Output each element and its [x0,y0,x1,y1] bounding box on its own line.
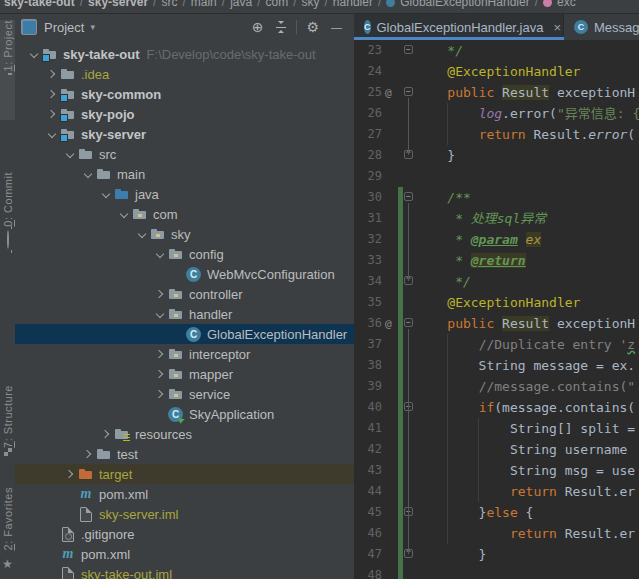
tree-row--idea[interactable]: .idea [15,64,354,84]
line-number[interactable]: 40 [354,397,382,418]
tree-row-sky-common[interactable]: sky-common [15,84,354,104]
tree-row-java[interactable]: java [15,184,354,204]
line-number[interactable]: 37 [354,334,382,355]
code-line[interactable]: 44 return Result.er [354,481,639,502]
chevron-expanded-icon[interactable] [62,146,78,162]
tree-row-sky-server-iml[interactable]: sky-server.iml [15,504,354,524]
tree-row-config[interactable]: config [15,244,354,264]
tree-row-sky-pojo[interactable]: sky-pojo [15,104,354,124]
code-line[interactable]: 25@− public Result exceptionH [354,82,639,103]
tree-row-service[interactable]: service [15,384,354,404]
chevron-expanded-icon[interactable] [26,46,42,62]
line-number[interactable]: 25 [354,82,382,103]
chevron-collapsed-icon[interactable] [44,66,60,82]
code-line[interactable]: 32 * @param ex [354,229,639,250]
line-number[interactable]: 30 [354,187,382,208]
code-line[interactable]: 46 return Result.er [354,523,639,544]
chevron-expanded-icon[interactable] [98,186,114,202]
tree-row-test[interactable]: test [15,444,354,464]
code-line[interactable]: 24 @ExceptionHandler [354,61,639,82]
tree-row-target[interactable]: target [15,464,354,484]
tree-row-pom-xml[interactable]: mpom.xml [15,544,354,564]
code-line[interactable]: 34^ */ [354,271,639,292]
line-number[interactable]: 44 [354,481,382,502]
code-line[interactable]: 37 //Duplicate entry 'z [354,334,639,355]
code-line[interactable]: 40− if(message.contains( [354,397,639,418]
fold-collapse-icon[interactable]: − [404,318,413,327]
breadcrumb-item[interactable]: java [230,0,252,11]
line-number[interactable]: 45 [354,502,382,523]
code-line[interactable]: 36@− public Result exceptionH [354,313,639,334]
tree-row-pom-xml[interactable]: mpom.xml [15,484,354,504]
breadcrumb-item-method[interactable]: exc [557,0,576,11]
code-line[interactable]: 38 String message = ex. [354,355,639,376]
breadcrumb-item[interactable]: sky-take-out [4,0,75,11]
chevron-expanded-icon[interactable] [152,306,168,322]
tree-row-skyapplication[interactable]: CSkyApplication [15,404,354,424]
tree-row-sky[interactable]: sky [15,224,354,244]
line-number[interactable]: 24 [354,61,382,82]
chevron-expanded-icon[interactable] [44,126,60,142]
stripe-button-structure[interactable]: 7: Structure [0,385,15,483]
code-line[interactable]: 43 String msg = use [354,460,639,481]
tree-row-main[interactable]: main [15,164,354,184]
code-line[interactable]: 39 //message.contains(" [354,376,639,397]
breadcrumb-item[interactable]: handler [333,0,373,11]
breadcrumb-item[interactable]: main [191,0,217,11]
breadcrumb-item[interactable]: sky-server [88,0,148,11]
chevron-collapsed-icon[interactable] [152,366,168,382]
chevron-collapsed-icon[interactable] [44,86,60,102]
fold-collapse-icon[interactable]: − [404,87,413,96]
line-number[interactable]: 35 [354,292,382,313]
tree-row-sky-take-out[interactable]: sky-take-outF:\Develop\code\sky-take-out [15,44,354,64]
line-number[interactable]: 27 [354,124,382,145]
collapse-all-icon[interactable] [275,21,287,33]
tree-row-interceptor[interactable]: interceptor [15,344,354,364]
code-line[interactable]: 35 @ExceptionHandler [354,292,639,313]
chevron-collapsed-icon[interactable] [44,106,60,122]
code-editor[interactable]: 23− */24 @ExceptionHandler25@− public Re… [354,40,639,579]
line-number[interactable]: 34 [354,271,382,292]
line-number[interactable]: 32 [354,229,382,250]
chevron-collapsed-icon[interactable] [152,386,168,402]
tree-row-handler[interactable]: handler [15,304,354,324]
line-number[interactable]: 43 [354,460,382,481]
code-line[interactable]: 45− }else { [354,502,639,523]
breadcrumb-item-class[interactable]: GlobalExceptionHandler [400,0,529,11]
chevron-expanded-icon[interactable] [80,166,96,182]
chevron-collapsed-icon[interactable] [80,446,96,462]
line-number[interactable]: 39 [354,376,382,397]
code-line[interactable]: 47^ } [354,544,639,565]
stripe-button-project[interactable]: 1: Project [0,20,15,120]
line-number[interactable]: 26 [354,103,382,124]
code-line[interactable]: 30− /** [354,187,639,208]
tree-row-globalexceptionhandler[interactable]: CGlobalExceptionHandler [15,324,354,344]
tree-row-mapper[interactable]: mapper [15,364,354,384]
tree-row-sky-server[interactable]: sky-server [15,124,354,144]
tree-row-com[interactable]: com [15,204,354,224]
code-line[interactable]: 48 [354,565,639,579]
line-number[interactable]: 23 [354,40,382,61]
line-number[interactable]: 29 [354,166,382,187]
fold-collapse-icon[interactable]: − [404,192,413,201]
editor-tab-messag[interactable]: CMessag [564,14,639,40]
tree-row-sky-take-out-iml[interactable]: sky-take-out.iml [15,564,354,579]
chevron-expanded-icon[interactable] [134,226,150,242]
fold-collapse-icon[interactable]: − [404,45,413,54]
breadcrumb-item[interactable]: com [266,0,289,11]
line-number[interactable]: 47 [354,544,382,565]
code-line[interactable]: 31 * 处理sql异常 [354,208,639,229]
close-icon[interactable]: × [553,20,561,35]
stripe-button-favorites[interactable]: 2: Favorites★ [0,487,15,579]
line-number[interactable]: 41 [354,418,382,439]
tree-row-src[interactable]: src [15,144,354,164]
code-line[interactable]: 28^ } [354,145,639,166]
hide-panel-icon[interactable]: — [331,20,342,34]
stripe-button-commit[interactable]: 0: Commit [0,172,15,267]
line-number[interactable]: 28 [354,145,382,166]
line-number[interactable]: 33 [354,250,382,271]
chevron-down-icon[interactable]: ▾ [90,22,95,32]
breadcrumb-item[interactable]: sky [302,0,320,11]
chevron-collapsed-icon[interactable] [62,466,78,482]
gear-icon[interactable]: ⚙ [306,20,319,34]
